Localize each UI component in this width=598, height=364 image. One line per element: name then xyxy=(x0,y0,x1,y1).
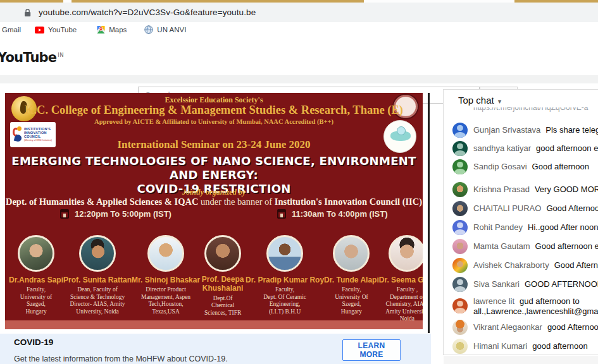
youtube-logo[interactable]: YouTubeIN xyxy=(0,50,64,65)
chat-message[interactable]: Himani Kumarigood afternoon xyxy=(452,339,598,354)
speaker-name: Dr.Andras Sapi xyxy=(9,276,63,284)
address-bar[interactable]: youtube.com/watch?v=D2uVC3Sv-Go&feature=… xyxy=(0,3,598,22)
avatar[interactable] xyxy=(452,298,468,313)
bookmarks-bar: Gmail YouTube Maps xyxy=(0,22,598,37)
chat-text: Good Afternoon xyxy=(546,203,598,213)
learn-more-button[interactable]: LEARN MORE xyxy=(342,339,401,361)
speaker-desc: Faculty, Dept. Of Ceramic Engineering, (… xyxy=(246,286,324,315)
youtube-icon xyxy=(35,27,44,33)
bookmark-youtube[interactable]: YouTube xyxy=(35,26,77,33)
approval-line: Approved by AICTE & Affiliated to Univer… xyxy=(5,118,423,125)
chevron-down-icon: ▾ xyxy=(498,97,502,105)
chat-message[interactable]: sandhya katiyargood afternoon ev xyxy=(452,141,598,156)
avatar[interactable] xyxy=(452,339,468,354)
bookmark-gmail[interactable]: Gmail xyxy=(2,26,21,33)
avatar[interactable] xyxy=(452,220,468,235)
chat-message[interactable]: Mamta GautamGood afternoon ev xyxy=(452,239,598,254)
chat-message[interactable]: Sandip GosaviGood afternoon xyxy=(452,159,598,174)
timing-2: 11:30am To 4:00pm (IST) xyxy=(292,209,387,219)
chat-message[interactable]: lawrence litgud afternoon to all.,Lawren… xyxy=(452,296,598,317)
bookmark-label: Gmail xyxy=(2,26,21,33)
youtube-header: YouTubeIN xyxy=(0,37,598,75)
clipped-chat-message: https://t.me/joinchat/HqZqGorvE-a xyxy=(473,107,598,115)
chat-text: Good afternoon xyxy=(532,162,589,171)
covid-notice-bar: COVID-19 Get the latest information from… xyxy=(0,334,431,364)
speaker-card: Prof. Sunita Rattan Dean, Faculty of Sci… xyxy=(63,233,132,323)
seminar-line: International Seminar on 23-24 June 2020 xyxy=(5,138,423,151)
chat-message[interactable]: Krishna PrasadVery GOOD MORNI xyxy=(452,182,598,197)
bookmark-label: Maps xyxy=(109,26,127,33)
speaker-desc: Dept.Of Chemical Sciences, TIFR xyxy=(200,295,246,317)
region-code: IN xyxy=(58,52,64,58)
speakers-row: Dr.Andras Sapi Faculty, University of Sz… xyxy=(9,233,419,323)
chat-text: Pls share telegram xyxy=(545,125,598,135)
speaker-photo xyxy=(147,235,184,272)
chat-input-area-top xyxy=(444,356,598,364)
bookmark-un-anvi[interactable]: UN ANVI xyxy=(144,25,186,34)
timings-row: 12:20pm To 5:00pm (IST) 11:30am To 4:00p… xyxy=(5,209,423,223)
chat-author: Himani Kumari xyxy=(473,341,527,351)
chat-author: Mamta Gautam xyxy=(473,241,530,251)
chat-author: Vikrant Alegaonkar xyxy=(473,322,542,332)
bookmark-label: YouTube xyxy=(48,26,77,33)
chat-message[interactable]: Siva SankariGOOD AFTERNOON xyxy=(452,277,598,292)
chat-text: Good afternoon ev xyxy=(535,241,598,251)
globe-icon xyxy=(144,25,153,34)
browser-window: youtube.com/watch?v=D2uVC3Sv-Go&feature=… xyxy=(0,0,598,364)
chat-message[interactable]: Avishek ChakrabortyGood Afterno xyxy=(452,258,598,273)
chat-author: lawrence lit xyxy=(473,296,514,306)
speaker-card: Dr. Pradip Kumar Roy Faculty, Dept. Of C… xyxy=(246,233,324,323)
speaker-name: Dr. Pradip Kumar Roy xyxy=(246,276,324,284)
chat-author: Avishek Chakraborty xyxy=(473,260,549,270)
chat-author: Krishna Prasad xyxy=(473,185,530,194)
speaker-card: Mr. Shinoj Bhaskar Director Product Mana… xyxy=(132,233,200,323)
chat-author: CHAITALI PURAO xyxy=(473,203,541,213)
speaker-desc: Faculty , Department of Chemistry, AIAS,… xyxy=(379,286,423,323)
avatar[interactable] xyxy=(452,182,468,197)
header-divider xyxy=(0,75,598,83)
avatar[interactable] xyxy=(452,159,468,174)
chat-message[interactable]: Rohit PandeyHi..good After noon xyxy=(452,220,598,235)
chat-message[interactable]: Vikrant Alegaonkargood Afternoo xyxy=(452,320,598,335)
speaker-card: Dr. Seema Garg Faculty , Department of C… xyxy=(379,233,423,323)
speaker-photo xyxy=(79,235,116,272)
chat-message[interactable]: CHAITALI PURAOGood Afternoon xyxy=(452,201,598,216)
timing-1: 12:20pm To 5:00pm (IST) xyxy=(75,209,171,219)
speaker-name: Prof. Sunita Rattan xyxy=(63,276,132,284)
avatar[interactable] xyxy=(452,141,468,156)
url-text[interactable]: youtube.com/watch?v=D2uVC3Sv-Go&feature=… xyxy=(39,8,256,17)
college-title: K.C. College of Engineering & Management… xyxy=(24,104,404,116)
avatar[interactable] xyxy=(452,277,468,292)
bookmark-maps[interactable]: Maps xyxy=(97,25,127,34)
speaker-photo xyxy=(333,235,370,272)
chat-author: Gunjan Srivastava xyxy=(473,125,540,135)
speaker-photo xyxy=(389,235,423,272)
bookmark-label: UN ANVI xyxy=(157,26,186,33)
chat-author: Rohit Pandey xyxy=(473,222,523,232)
chat-mode-selector[interactable]: Top chat▾ xyxy=(458,95,501,106)
avatar[interactable] xyxy=(452,201,468,216)
speaker-desc: Director Product Management, Aspen Tech,… xyxy=(132,286,200,315)
calendar-icon xyxy=(60,209,69,219)
avatar[interactable] xyxy=(452,123,468,138)
poster-bottom-strip xyxy=(5,320,423,329)
avatar[interactable] xyxy=(452,320,468,335)
chat-text: good afternoon xyxy=(532,341,587,351)
chat-message[interactable]: Gunjan SrivastavaPls share telegram xyxy=(452,123,598,138)
calendar-icon xyxy=(277,209,286,219)
speaker-name: Dr. Tunde Alapi xyxy=(324,276,379,284)
chat-text: Hi..good After noon xyxy=(528,222,598,232)
chat-author: sandhya katiyar xyxy=(473,143,531,153)
chat-text: good afternoon ev xyxy=(536,143,598,153)
avatar[interactable] xyxy=(452,239,468,254)
live-chat-panel: Top chat▾ https://t.me/joinchat/HqZqGorv… xyxy=(443,89,598,355)
speaker-card: Dr. Tunde Alapi Faculty, University Of S… xyxy=(324,233,379,323)
speaker-photo xyxy=(204,235,241,272)
maps-pin-icon xyxy=(97,25,105,34)
video-poster[interactable]: Excelssior Education Society's K.C. Coll… xyxy=(5,93,423,329)
speaker-desc: Faculty, University Of Szeged, Hungary xyxy=(324,286,379,315)
avatar[interactable] xyxy=(452,258,468,273)
chat-text: good Afternoo xyxy=(547,322,598,332)
covid-title: COVID-19 xyxy=(14,337,53,347)
speaker-name: Prof. Deepa Khushalani xyxy=(200,276,246,293)
